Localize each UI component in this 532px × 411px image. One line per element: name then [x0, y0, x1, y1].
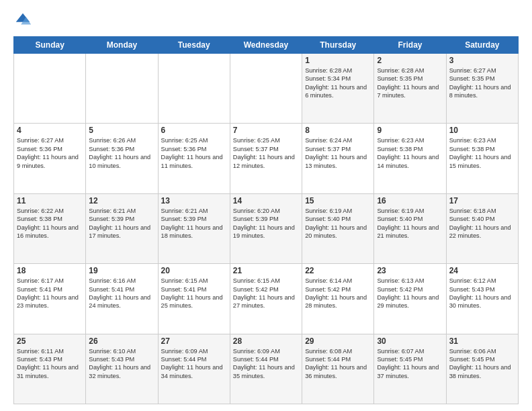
day-of-week-header: Sunday — [14, 37, 86, 54]
calendar-cell: 30Sunrise: 6:07 AM Sunset: 5:45 PM Dayli… — [374, 334, 446, 404]
calendar-cell: 5Sunrise: 6:26 AM Sunset: 5:36 PM Daylig… — [86, 124, 158, 193]
calendar-cell — [14, 54, 86, 124]
day-info: Sunrise: 6:28 AM Sunset: 5:34 PM Dayligh… — [305, 66, 371, 100]
day-number: 27 — [161, 336, 227, 346]
day-info: Sunrise: 6:17 AM Sunset: 5:41 PM Dayligh… — [17, 277, 83, 310]
calendar-week-row: 1Sunrise: 6:28 AM Sunset: 5:34 PM Daylig… — [14, 54, 519, 124]
day-info: Sunrise: 6:11 AM Sunset: 5:43 PM Dayligh… — [17, 347, 83, 381]
calendar-cell — [86, 54, 158, 124]
day-info: Sunrise: 6:07 AM Sunset: 5:45 PM Dayligh… — [377, 347, 443, 381]
calendar-cell: 7Sunrise: 6:25 AM Sunset: 5:37 PM Daylig… — [230, 124, 302, 193]
calendar-cell: 18Sunrise: 6:17 AM Sunset: 5:41 PM Dayli… — [14, 264, 86, 334]
calendar-cell: 26Sunrise: 6:10 AM Sunset: 5:43 PM Dayli… — [86, 334, 158, 404]
calendar-cell: 28Sunrise: 6:09 AM Sunset: 5:44 PM Dayli… — [230, 334, 302, 404]
day-number: 30 — [377, 336, 443, 346]
day-of-week-header: Saturday — [446, 37, 518, 54]
calendar-header-row: SundayMondayTuesdayWednesdayThursdayFrid… — [14, 37, 519, 54]
day-info: Sunrise: 6:21 AM Sunset: 5:39 PM Dayligh… — [161, 207, 227, 240]
calendar-table: SundayMondayTuesdayWednesdayThursdayFrid… — [13, 36, 519, 404]
day-of-week-header: Thursday — [302, 37, 374, 54]
day-number: 9 — [377, 126, 443, 135]
day-number: 5 — [89, 126, 154, 135]
day-number: 31 — [449, 336, 515, 346]
day-of-week-header: Friday — [374, 37, 446, 54]
day-number: 14 — [233, 196, 299, 205]
day-info: Sunrise: 6:13 AM Sunset: 5:42 PM Dayligh… — [377, 277, 443, 310]
calendar-cell: 3Sunrise: 6:27 AM Sunset: 5:35 PM Daylig… — [446, 54, 518, 124]
page: SundayMondayTuesdayWednesdayThursdayFrid… — [0, 0, 532, 411]
calendar-cell: 8Sunrise: 6:24 AM Sunset: 5:37 PM Daylig… — [302, 124, 374, 193]
day-number: 19 — [89, 266, 154, 275]
day-info: Sunrise: 6:06 AM Sunset: 5:45 PM Dayligh… — [449, 347, 515, 381]
day-number: 26 — [89, 336, 154, 346]
day-number: 29 — [305, 336, 371, 346]
calendar-cell: 2Sunrise: 6:28 AM Sunset: 5:35 PM Daylig… — [374, 54, 446, 124]
day-info: Sunrise: 6:16 AM Sunset: 5:41 PM Dayligh… — [89, 277, 154, 310]
day-of-week-header: Wednesday — [230, 37, 302, 54]
day-number: 28 — [233, 336, 299, 346]
calendar-cell: 31Sunrise: 6:06 AM Sunset: 5:45 PM Dayli… — [446, 334, 518, 404]
calendar-cell: 14Sunrise: 6:20 AM Sunset: 5:39 PM Dayli… — [230, 193, 302, 263]
calendar-cell: 22Sunrise: 6:14 AM Sunset: 5:42 PM Dayli… — [302, 264, 374, 334]
day-number: 17 — [449, 196, 515, 205]
day-number: 15 — [305, 196, 371, 205]
calendar-cell: 12Sunrise: 6:21 AM Sunset: 5:39 PM Dayli… — [86, 193, 158, 263]
calendar-week-row: 11Sunrise: 6:22 AM Sunset: 5:38 PM Dayli… — [14, 193, 519, 263]
day-number: 7 — [233, 126, 299, 135]
calendar-cell — [158, 54, 230, 124]
calendar-cell: 23Sunrise: 6:13 AM Sunset: 5:42 PM Dayli… — [374, 264, 446, 334]
calendar-cell: 17Sunrise: 6:18 AM Sunset: 5:40 PM Dayli… — [446, 193, 518, 263]
day-info: Sunrise: 6:26 AM Sunset: 5:36 PM Dayligh… — [89, 136, 154, 170]
calendar-cell — [230, 54, 302, 124]
calendar-cell: 10Sunrise: 6:23 AM Sunset: 5:38 PM Dayli… — [446, 124, 518, 193]
day-number: 11 — [17, 196, 83, 205]
day-info: Sunrise: 6:27 AM Sunset: 5:35 PM Dayligh… — [449, 66, 515, 100]
day-info: Sunrise: 6:19 AM Sunset: 5:40 PM Dayligh… — [305, 207, 371, 240]
calendar-cell: 20Sunrise: 6:15 AM Sunset: 5:41 PM Dayli… — [158, 264, 230, 334]
day-number: 16 — [377, 196, 443, 205]
day-info: Sunrise: 6:25 AM Sunset: 5:37 PM Dayligh… — [233, 136, 299, 170]
calendar-week-row: 18Sunrise: 6:17 AM Sunset: 5:41 PM Dayli… — [14, 264, 519, 334]
calendar-cell: 16Sunrise: 6:19 AM Sunset: 5:40 PM Dayli… — [374, 193, 446, 263]
day-number: 13 — [161, 196, 227, 205]
day-info: Sunrise: 6:09 AM Sunset: 5:44 PM Dayligh… — [233, 347, 299, 381]
day-number: 2 — [377, 56, 443, 65]
calendar-cell: 21Sunrise: 6:15 AM Sunset: 5:42 PM Dayli… — [230, 264, 302, 334]
calendar-cell: 4Sunrise: 6:27 AM Sunset: 5:36 PM Daylig… — [14, 124, 86, 193]
day-info: Sunrise: 6:20 AM Sunset: 5:39 PM Dayligh… — [233, 207, 299, 240]
day-number: 1 — [305, 56, 371, 65]
calendar-cell: 6Sunrise: 6:25 AM Sunset: 5:36 PM Daylig… — [158, 124, 230, 193]
calendar-cell: 25Sunrise: 6:11 AM Sunset: 5:43 PM Dayli… — [14, 334, 86, 404]
day-info: Sunrise: 6:22 AM Sunset: 5:38 PM Dayligh… — [17, 207, 83, 240]
calendar-cell: 13Sunrise: 6:21 AM Sunset: 5:39 PM Dayli… — [158, 193, 230, 263]
calendar-cell: 27Sunrise: 6:09 AM Sunset: 5:44 PM Dayli… — [158, 334, 230, 404]
header — [13, 11, 519, 30]
calendar-week-row: 25Sunrise: 6:11 AM Sunset: 5:43 PM Dayli… — [14, 334, 519, 404]
day-info: Sunrise: 6:18 AM Sunset: 5:40 PM Dayligh… — [449, 207, 515, 240]
calendar-cell: 15Sunrise: 6:19 AM Sunset: 5:40 PM Dayli… — [302, 193, 374, 263]
day-number: 8 — [305, 126, 371, 135]
day-info: Sunrise: 6:25 AM Sunset: 5:36 PM Dayligh… — [161, 136, 227, 170]
logo-icon — [13, 11, 32, 30]
day-of-week-header: Tuesday — [158, 37, 230, 54]
logo — [13, 11, 35, 30]
day-info: Sunrise: 6:24 AM Sunset: 5:37 PM Dayligh… — [305, 136, 371, 170]
day-number: 10 — [449, 126, 515, 135]
day-number: 20 — [161, 266, 227, 275]
day-number: 24 — [449, 266, 515, 275]
day-number: 22 — [305, 266, 371, 275]
day-info: Sunrise: 6:23 AM Sunset: 5:38 PM Dayligh… — [377, 136, 443, 170]
calendar-cell: 1Sunrise: 6:28 AM Sunset: 5:34 PM Daylig… — [302, 54, 374, 124]
day-number: 3 — [449, 56, 515, 65]
day-number: 6 — [161, 126, 227, 135]
day-info: Sunrise: 6:15 AM Sunset: 5:41 PM Dayligh… — [161, 277, 227, 310]
calendar-cell: 19Sunrise: 6:16 AM Sunset: 5:41 PM Dayli… — [86, 264, 158, 334]
day-info: Sunrise: 6:14 AM Sunset: 5:42 PM Dayligh… — [305, 277, 371, 310]
day-number: 4 — [17, 126, 83, 135]
day-info: Sunrise: 6:27 AM Sunset: 5:36 PM Dayligh… — [17, 136, 83, 170]
day-info: Sunrise: 6:23 AM Sunset: 5:38 PM Dayligh… — [449, 136, 515, 170]
day-info: Sunrise: 6:28 AM Sunset: 5:35 PM Dayligh… — [377, 66, 443, 100]
calendar-cell: 29Sunrise: 6:08 AM Sunset: 5:44 PM Dayli… — [302, 334, 374, 404]
day-info: Sunrise: 6:09 AM Sunset: 5:44 PM Dayligh… — [161, 347, 227, 381]
calendar-cell: 24Sunrise: 6:12 AM Sunset: 5:43 PM Dayli… — [446, 264, 518, 334]
